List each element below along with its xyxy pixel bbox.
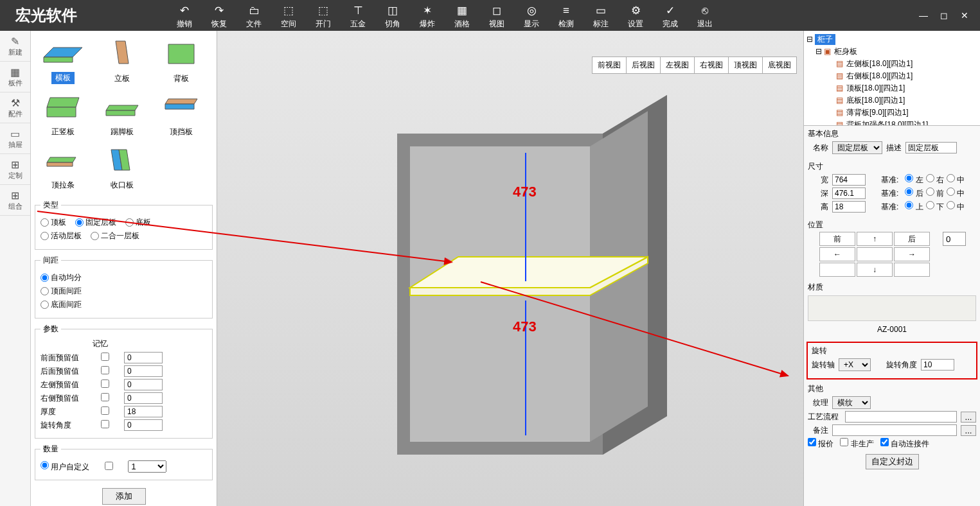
- position-input[interactable]: [943, 232, 966, 246]
- rail-抽屉[interactable]: ▭抽屉: [0, 123, 30, 154]
- base-中[interactable]: 中: [947, 189, 965, 198]
- tool-设置[interactable]: ⚙设置: [618, 2, 653, 30]
- param-前面预留值[interactable]: [124, 352, 163, 363]
- radio-二合一层板[interactable]: 二合一层板: [91, 231, 139, 241]
- maximize-button[interactable]: ◻: [936, 8, 952, 23]
- rotate-angle-input[interactable]: [921, 359, 954, 371]
- tool-切角[interactable]: ◫切角: [375, 2, 410, 30]
- mem-左侧预留值[interactable]: [101, 380, 109, 388]
- radio-活动层板[interactable]: 活动层板: [40, 231, 82, 241]
- tool-撤销[interactable]: ↶撤销: [167, 2, 202, 30]
- mem-旋转角度[interactable]: [101, 420, 109, 428]
- tool-检测[interactable]: ≡检测: [549, 2, 584, 30]
- tree-view[interactable]: ⊟ 柜子 ⊟ ▣柜身板 ▤左侧板[18.0][四边1]▤右侧板[18.0][四边…: [804, 31, 980, 126]
- param-旋转角度[interactable]: [124, 419, 163, 431]
- thumb-顶拉条[interactable]: 顶拉条: [33, 141, 93, 193]
- pos-btn-后[interactable]: 后: [894, 232, 930, 246]
- tool-退出[interactable]: ⎋退出: [688, 2, 722, 30]
- tool-爆炸[interactable]: ✶爆炸: [410, 2, 445, 30]
- depth-input[interactable]: [832, 188, 866, 199]
- process-browse-button[interactable]: ...: [961, 412, 976, 423]
- tree-item[interactable]: ▤背板加强条[18.0][四边1]: [806, 119, 977, 126]
- view-右视图[interactable]: 右视图: [694, 57, 729, 74]
- custom-edge-button[interactable]: 自定义封边: [866, 454, 919, 469]
- quantity-mem-checkbox[interactable]: [105, 462, 113, 470]
- tree-item[interactable]: ▤薄背板[9.0][四边1]: [806, 107, 977, 119]
- remark-browse-button[interactable]: ...: [961, 425, 976, 436]
- pos-btn-↓[interactable]: ↓: [857, 263, 893, 277]
- tree-item[interactable]: ▤右侧板[18.0][四边1]: [806, 70, 977, 82]
- chk-非生产[interactable]: 非生产: [840, 438, 873, 449]
- tree-item[interactable]: ▤底板[18.0][四边1]: [806, 94, 977, 107]
- rail-配件[interactable]: ⚒配件: [0, 92, 30, 123]
- view-顶视图[interactable]: 顶视图: [728, 57, 763, 74]
- tool-空间[interactable]: ⬚空间: [271, 2, 306, 30]
- base-左[interactable]: 左: [905, 175, 923, 184]
- view-左视图[interactable]: 左视图: [660, 57, 695, 74]
- param-右侧预留值[interactable]: [124, 392, 163, 404]
- thumb-收口板[interactable]: 收口板: [93, 141, 152, 193]
- desc-input[interactable]: [905, 142, 957, 153]
- rotate-axis-select[interactable]: +X: [839, 358, 871, 371]
- thumb-顶挡板[interactable]: 顶挡板: [152, 88, 211, 140]
- rail-新建[interactable]: ✎新建: [0, 31, 30, 62]
- mem-后面预留值[interactable]: [101, 366, 109, 374]
- remark-input[interactable]: [832, 424, 957, 436]
- viewport-3d[interactable]: 前视图后视图左视图右视图顶视图底视图 473 473: [217, 31, 803, 506]
- texture-select[interactable]: 横纹: [832, 396, 871, 409]
- base-右[interactable]: 右: [926, 175, 944, 184]
- chk-自动连接件[interactable]: 自动连接件: [880, 438, 929, 449]
- tree-root[interactable]: 柜子: [815, 34, 835, 45]
- radio-顶板[interactable]: 顶板: [40, 217, 66, 228]
- mem-厚度[interactable]: [101, 406, 109, 415]
- thumb-横板[interactable]: 横板: [33, 35, 93, 87]
- tool-开门[interactable]: ⬚开门: [306, 2, 341, 30]
- param-后面预留值[interactable]: [124, 365, 163, 377]
- rail-定制[interactable]: ⊞定制: [0, 154, 30, 185]
- process-input[interactable]: [845, 411, 957, 423]
- view-底视图[interactable]: 底视图: [762, 57, 797, 74]
- mem-右侧预留值[interactable]: [101, 393, 109, 401]
- pos-btn-前[interactable]: 前: [819, 232, 855, 246]
- tool-五金[interactable]: ⊤五金: [341, 2, 375, 30]
- tree-body[interactable]: 柜身板: [834, 47, 857, 56]
- quantity-user-radio[interactable]: 用户自定义: [40, 461, 89, 473]
- tool-文件[interactable]: 🗀文件: [236, 2, 271, 30]
- param-左侧预留值[interactable]: [124, 379, 163, 390]
- view-前视图[interactable]: 前视图: [592, 57, 627, 74]
- rail-组合[interactable]: ⊞组合: [0, 185, 30, 216]
- material-swatch[interactable]: [808, 295, 976, 321]
- tool-恢复[interactable]: ↷恢复: [202, 2, 236, 30]
- minimize-button[interactable]: —: [916, 8, 931, 23]
- radio-自动均分[interactable]: 自动均分: [40, 272, 207, 283]
- tool-显示[interactable]: ◎显示: [514, 2, 549, 30]
- add-button[interactable]: 添加: [102, 488, 146, 505]
- thumb-立板[interactable]: 立板: [93, 35, 152, 87]
- tool-视图[interactable]: ◻视图: [479, 2, 514, 30]
- pos-btn-→[interactable]: →: [894, 247, 930, 261]
- thumb-背板[interactable]: 背板: [152, 35, 211, 87]
- param-厚度[interactable]: [124, 406, 163, 417]
- chk-报价[interactable]: 报价: [808, 438, 833, 449]
- base-前[interactable]: 前: [926, 189, 944, 198]
- close-button[interactable]: ✕: [957, 8, 972, 23]
- rail-板件[interactable]: ▦板件: [0, 62, 30, 92]
- base-上[interactable]: 上: [905, 202, 923, 211]
- base-中[interactable]: 中: [947, 175, 965, 184]
- tree-item[interactable]: ▤顶板[18.0][四边1]: [806, 82, 977, 94]
- name-select[interactable]: 固定层板: [832, 141, 882, 154]
- tool-标注[interactable]: ▭标注: [584, 2, 618, 30]
- tool-酒格[interactable]: ▦酒格: [445, 2, 479, 30]
- pos-btn-←[interactable]: ←: [819, 247, 855, 261]
- radio-底面间距[interactable]: 底面间距: [40, 299, 207, 310]
- view-后视图[interactable]: 后视图: [626, 57, 661, 74]
- base-下[interactable]: 下: [926, 202, 944, 211]
- base-中[interactable]: 中: [947, 202, 965, 211]
- base-后[interactable]: 后: [905, 189, 923, 198]
- tool-完成[interactable]: ✓完成: [653, 2, 688, 30]
- mem-前面预留值[interactable]: [101, 353, 109, 361]
- width-input[interactable]: [832, 174, 866, 186]
- pos-btn-↑[interactable]: ↑: [857, 232, 893, 246]
- height-input[interactable]: [832, 201, 866, 213]
- quantity-select[interactable]: 1: [128, 460, 166, 473]
